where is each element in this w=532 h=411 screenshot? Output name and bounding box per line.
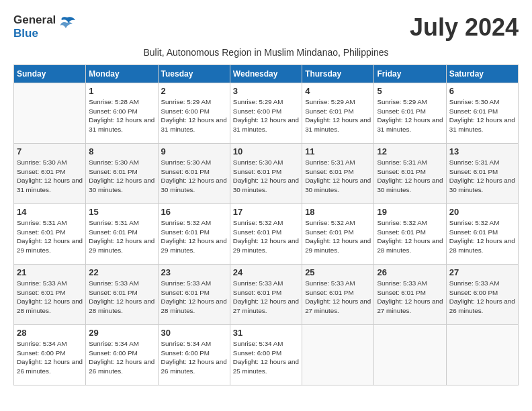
calendar-day: 12Sunrise: 5:31 AMSunset: 6:01 PMDayligh… <box>374 144 446 204</box>
day-info: Sunrise: 5:28 AMSunset: 6:00 PMDaylight:… <box>89 97 154 134</box>
header-friday: Friday <box>374 65 446 83</box>
day-info: Sunrise: 5:29 AMSunset: 6:01 PMDaylight:… <box>305 97 371 134</box>
week-row-4: 21Sunrise: 5:33 AMSunset: 6:01 PMDayligh… <box>14 265 519 325</box>
day-info: Sunrise: 5:30 AMSunset: 6:01 PMDaylight:… <box>17 158 83 195</box>
calendar-day: 9Sunrise: 5:30 AMSunset: 6:01 PMDaylight… <box>158 144 230 204</box>
calendar-day <box>446 325 518 385</box>
day-info: Sunrise: 5:29 AMSunset: 6:01 PMDaylight:… <box>377 97 443 134</box>
calendar-day <box>374 325 446 385</box>
calendar-day: 6Sunrise: 5:30 AMSunset: 6:01 PMDaylight… <box>446 83 518 144</box>
header-saturday: Saturday <box>446 65 518 83</box>
calendar-day: 11Sunrise: 5:31 AMSunset: 6:01 PMDayligh… <box>302 144 374 204</box>
calendar-day: 3Sunrise: 5:29 AMSunset: 6:00 PMDaylight… <box>230 83 302 144</box>
day-info: Sunrise: 5:34 AMSunset: 6:00 PMDaylight:… <box>233 339 299 376</box>
calendar-day: 28Sunrise: 5:34 AMSunset: 6:00 PMDayligh… <box>14 325 86 385</box>
calendar-day: 25Sunrise: 5:33 AMSunset: 6:01 PMDayligh… <box>302 265 374 325</box>
day-number: 3 <box>233 86 299 96</box>
day-info: Sunrise: 5:33 AMSunset: 6:00 PMDaylight:… <box>449 279 515 316</box>
day-number: 17 <box>233 207 299 217</box>
day-number: 19 <box>377 207 443 217</box>
day-info: Sunrise: 5:31 AMSunset: 6:01 PMDaylight:… <box>89 218 154 255</box>
calendar-header-row: SundayMondayTuesdayWednesdayThursdayFrid… <box>14 65 519 83</box>
calendar-day: 13Sunrise: 5:31 AMSunset: 6:01 PMDayligh… <box>446 144 518 204</box>
day-info: Sunrise: 5:32 AMSunset: 6:01 PMDaylight:… <box>377 218 443 255</box>
day-info: Sunrise: 5:29 AMSunset: 6:00 PMDaylight:… <box>161 97 227 134</box>
day-number: 13 <box>449 146 515 156</box>
day-number: 7 <box>17 146 83 156</box>
day-info: Sunrise: 5:32 AMSunset: 6:01 PMDaylight:… <box>161 218 227 255</box>
header-wednesday: Wednesday <box>230 65 302 83</box>
calendar-table: SundayMondayTuesdayWednesdayThursdayFrid… <box>13 64 519 385</box>
day-number: 18 <box>305 207 371 217</box>
day-number: 26 <box>377 267 443 277</box>
day-info: Sunrise: 5:30 AMSunset: 6:01 PMDaylight:… <box>89 158 154 195</box>
day-info: Sunrise: 5:34 AMSunset: 6:00 PMDaylight:… <box>89 339 154 376</box>
calendar-day: 16Sunrise: 5:32 AMSunset: 6:01 PMDayligh… <box>158 204 230 265</box>
day-number: 6 <box>449 86 515 96</box>
calendar-day: 14Sunrise: 5:31 AMSunset: 6:01 PMDayligh… <box>14 204 86 265</box>
calendar-day <box>302 325 374 385</box>
day-info: Sunrise: 5:29 AMSunset: 6:00 PMDaylight:… <box>233 97 299 134</box>
day-info: Sunrise: 5:32 AMSunset: 6:01 PMDaylight:… <box>449 218 515 255</box>
calendar-day: 18Sunrise: 5:32 AMSunset: 6:01 PMDayligh… <box>302 204 374 265</box>
calendar-day: 8Sunrise: 5:30 AMSunset: 6:01 PMDaylight… <box>86 144 158 204</box>
logo-blue: Blue <box>13 27 56 40</box>
day-info: Sunrise: 5:32 AMSunset: 6:01 PMDaylight:… <box>305 218 371 255</box>
day-number: 23 <box>161 267 227 277</box>
logo-general: General <box>13 13 56 27</box>
week-row-3: 14Sunrise: 5:31 AMSunset: 6:01 PMDayligh… <box>14 204 519 265</box>
logo: General Blue <box>13 13 77 40</box>
day-number: 9 <box>161 146 227 156</box>
logo-bird-icon <box>58 15 77 34</box>
week-row-2: 7Sunrise: 5:30 AMSunset: 6:01 PMDaylight… <box>14 144 519 204</box>
day-info: Sunrise: 5:33 AMSunset: 6:01 PMDaylight:… <box>89 279 154 316</box>
day-number: 1 <box>89 86 154 96</box>
day-info: Sunrise: 5:34 AMSunset: 6:00 PMDaylight:… <box>17 339 83 376</box>
week-row-5: 28Sunrise: 5:34 AMSunset: 6:00 PMDayligh… <box>14 325 519 385</box>
day-number: 21 <box>17 267 83 277</box>
day-info: Sunrise: 5:33 AMSunset: 6:01 PMDaylight:… <box>161 279 227 316</box>
day-info: Sunrise: 5:30 AMSunset: 6:01 PMDaylight:… <box>233 158 299 195</box>
day-info: Sunrise: 5:33 AMSunset: 6:01 PMDaylight:… <box>17 279 83 316</box>
day-info: Sunrise: 5:31 AMSunset: 6:01 PMDaylight:… <box>305 158 371 195</box>
day-info: Sunrise: 5:31 AMSunset: 6:01 PMDaylight:… <box>449 158 515 195</box>
calendar-day: 20Sunrise: 5:32 AMSunset: 6:01 PMDayligh… <box>446 204 518 265</box>
calendar-day: 7Sunrise: 5:30 AMSunset: 6:01 PMDaylight… <box>14 144 86 204</box>
month-title: July 2024 <box>410 13 519 42</box>
calendar-day: 5Sunrise: 5:29 AMSunset: 6:01 PMDaylight… <box>374 83 446 144</box>
calendar-day: 17Sunrise: 5:32 AMSunset: 6:01 PMDayligh… <box>230 204 302 265</box>
day-number: 28 <box>17 328 83 338</box>
day-number: 16 <box>161 207 227 217</box>
calendar-day: 30Sunrise: 5:34 AMSunset: 6:00 PMDayligh… <box>158 325 230 385</box>
day-number: 8 <box>89 146 154 156</box>
header-monday: Monday <box>86 65 158 83</box>
calendar-day: 29Sunrise: 5:34 AMSunset: 6:00 PMDayligh… <box>86 325 158 385</box>
day-info: Sunrise: 5:30 AMSunset: 6:01 PMDaylight:… <box>449 97 515 134</box>
calendar-day: 10Sunrise: 5:30 AMSunset: 6:01 PMDayligh… <box>230 144 302 204</box>
day-number: 11 <box>305 146 371 156</box>
day-info: Sunrise: 5:31 AMSunset: 6:01 PMDaylight:… <box>377 158 443 195</box>
day-number: 5 <box>377 86 443 96</box>
day-info: Sunrise: 5:30 AMSunset: 6:01 PMDaylight:… <box>161 158 227 195</box>
day-number: 12 <box>377 146 443 156</box>
day-info: Sunrise: 5:32 AMSunset: 6:01 PMDaylight:… <box>233 218 299 255</box>
day-number: 24 <box>233 267 299 277</box>
calendar-day: 27Sunrise: 5:33 AMSunset: 6:00 PMDayligh… <box>446 265 518 325</box>
calendar-day: 21Sunrise: 5:33 AMSunset: 6:01 PMDayligh… <box>14 265 86 325</box>
day-info: Sunrise: 5:33 AMSunset: 6:01 PMDaylight:… <box>305 279 371 316</box>
day-number: 15 <box>89 207 154 217</box>
header-thursday: Thursday <box>302 65 374 83</box>
calendar-day: 31Sunrise: 5:34 AMSunset: 6:00 PMDayligh… <box>230 325 302 385</box>
day-number: 20 <box>449 207 515 217</box>
day-number: 10 <box>233 146 299 156</box>
day-info: Sunrise: 5:31 AMSunset: 6:01 PMDaylight:… <box>17 218 83 255</box>
calendar-subtitle: Bulit, Autonomous Region in Muslim Minda… <box>13 47 519 58</box>
calendar-day: 23Sunrise: 5:33 AMSunset: 6:01 PMDayligh… <box>158 265 230 325</box>
day-info: Sunrise: 5:33 AMSunset: 6:01 PMDaylight:… <box>233 279 299 316</box>
calendar-day: 15Sunrise: 5:31 AMSunset: 6:01 PMDayligh… <box>86 204 158 265</box>
day-info: Sunrise: 5:34 AMSunset: 6:00 PMDaylight:… <box>161 339 227 376</box>
day-info: Sunrise: 5:33 AMSunset: 6:01 PMDaylight:… <box>377 279 443 316</box>
header-sunday: Sunday <box>14 65 86 83</box>
day-number: 14 <box>17 207 83 217</box>
day-number: 4 <box>305 86 371 96</box>
